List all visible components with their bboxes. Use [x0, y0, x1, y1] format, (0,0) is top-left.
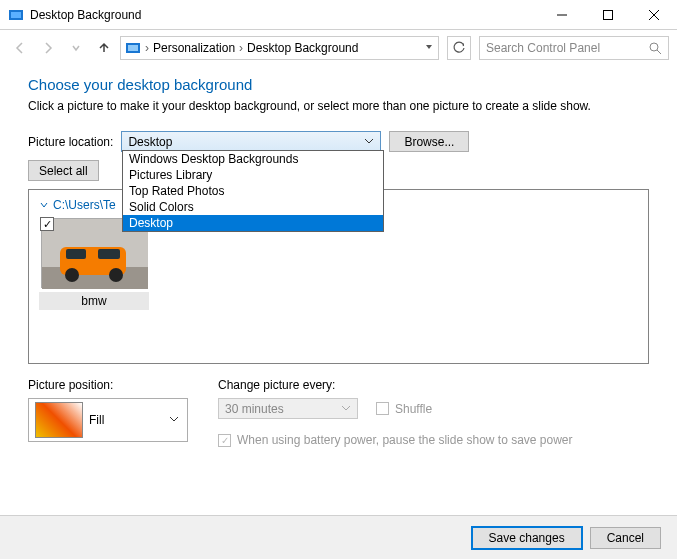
search-icon [649, 42, 662, 55]
personalization-icon [125, 40, 141, 56]
page-heading: Choose your desktop background [28, 76, 649, 93]
recent-dropdown[interactable] [64, 36, 88, 60]
picture-location-dropdown[interactable]: Windows Desktop Backgrounds Pictures Lib… [122, 150, 384, 232]
minimize-button[interactable] [539, 0, 585, 30]
up-button[interactable] [92, 36, 116, 60]
picture-position-value: Fill [89, 413, 104, 427]
svg-point-16 [109, 268, 123, 282]
battery-option: ✓ When using battery power, pause the sl… [218, 433, 573, 447]
battery-label: When using battery power, pause the slid… [237, 433, 573, 447]
checkbox-icon [376, 402, 389, 415]
address-bar[interactable]: › Personalization › Desktop Background [120, 36, 439, 60]
svg-point-15 [65, 268, 79, 282]
app-icon [8, 7, 24, 23]
picture-position-combo[interactable]: Fill [28, 398, 188, 442]
dropdown-item[interactable]: Windows Desktop Backgrounds [123, 151, 383, 167]
search-placeholder: Search Control Panel [486, 41, 649, 55]
refresh-button[interactable] [447, 36, 471, 60]
position-preview-icon [35, 402, 83, 438]
picture-position-label: Picture position: [28, 378, 188, 392]
maximize-button[interactable] [585, 0, 631, 30]
change-interval-value: 30 minutes [225, 402, 284, 416]
nav-bar: › Personalization › Desktop Background S… [0, 30, 677, 66]
svg-rect-3 [604, 10, 613, 19]
group-path: C:\Users\Te [53, 198, 116, 212]
svg-rect-14 [98, 249, 120, 259]
picture-location-row: Picture location: Desktop Browse... [28, 131, 649, 152]
address-dropdown-icon[interactable] [424, 41, 434, 55]
picture-location-value: Desktop [128, 135, 172, 149]
thumbnail-caption: bmw [39, 292, 149, 310]
thumbnail-checkbox[interactable]: ✓ [40, 217, 54, 231]
change-picture-label: Change picture every: [218, 378, 573, 392]
title-bar: Desktop Background [0, 0, 677, 30]
search-input[interactable]: Search Control Panel [479, 36, 669, 60]
forward-button [36, 36, 60, 60]
breadcrumb-personalization[interactable]: Personalization [149, 41, 239, 55]
svg-line-9 [657, 50, 661, 54]
footer: Save changes Cancel [0, 515, 677, 559]
breadcrumb-desktop-background[interactable]: Desktop Background [243, 41, 362, 55]
chevron-down-icon [39, 200, 49, 210]
close-button[interactable] [631, 0, 677, 30]
browse-button[interactable]: Browse... [389, 131, 469, 152]
shuffle-label: Shuffle [395, 402, 432, 416]
save-changes-button[interactable]: Save changes [472, 527, 582, 549]
shuffle-checkbox: Shuffle [376, 402, 432, 416]
picture-location-label: Picture location: [28, 135, 113, 149]
cancel-button[interactable]: Cancel [590, 527, 661, 549]
svg-rect-7 [128, 45, 138, 51]
chevron-down-icon [169, 413, 179, 427]
dropdown-item[interactable]: Top Rated Photos [123, 183, 383, 199]
svg-point-8 [650, 43, 658, 51]
svg-rect-1 [11, 12, 21, 18]
select-all-button[interactable]: Select all [28, 160, 99, 181]
svg-rect-13 [66, 249, 86, 259]
chevron-down-icon [341, 402, 351, 416]
dropdown-item[interactable]: Pictures Library [123, 167, 383, 183]
chevron-down-icon [364, 135, 374, 149]
dropdown-item[interactable]: Solid Colors [123, 199, 383, 215]
page-subtext: Click a picture to make it your desktop … [28, 99, 649, 113]
dropdown-item-selected[interactable]: Desktop [123, 215, 383, 231]
window-title: Desktop Background [30, 8, 539, 22]
bottom-options: Picture position: Fill Change picture ev… [28, 378, 649, 447]
change-interval-combo: 30 minutes [218, 398, 358, 419]
picture-location-combo[interactable]: Desktop [121, 131, 381, 152]
checkbox-icon: ✓ [218, 434, 231, 447]
content-area: Choose your desktop background Click a p… [0, 66, 677, 457]
back-button[interactable] [8, 36, 32, 60]
